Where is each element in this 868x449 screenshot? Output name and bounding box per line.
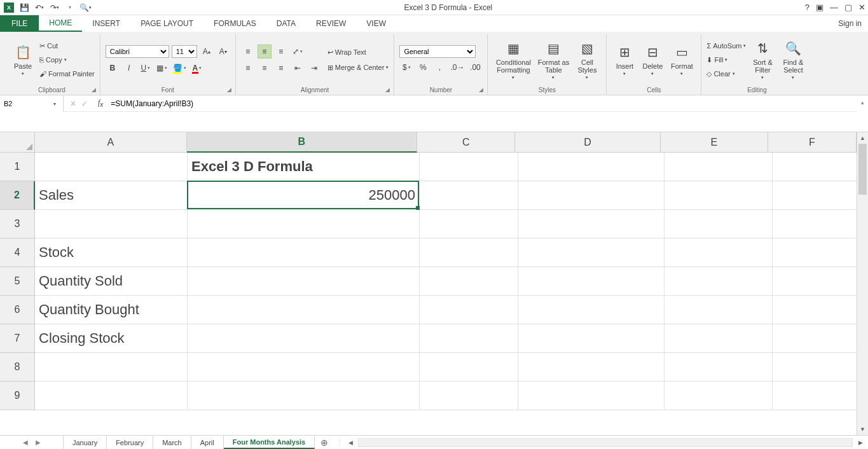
column-header-E[interactable]: E (661, 132, 768, 153)
cell-E7[interactable] (665, 324, 773, 353)
sheet-tab-four-months-analysis[interactable]: Four Months Analysis (224, 436, 315, 449)
scroll-thumb[interactable] (858, 144, 867, 195)
alignment-launcher-icon[interactable]: ◢ (385, 86, 390, 93)
ribbon-tab-insert[interactable]: INSERT (82, 15, 130, 32)
cell-B2[interactable]: 250000 (188, 181, 420, 210)
add-sheet-button[interactable]: ⊕ (315, 436, 334, 449)
conditional-formatting-button[interactable]: ▦Conditional Formatting▾ (493, 39, 534, 80)
clear-button[interactable]: ◇Clear▾ (706, 67, 746, 80)
cell-B5[interactable] (188, 267, 420, 296)
expand-formula-bar-icon[interactable]: ▴ (857, 95, 868, 132)
delete-cells-button[interactable]: ⊟Delete▾ (640, 43, 665, 76)
align-bottom-icon[interactable]: ≡ (274, 45, 288, 59)
cell-C6[interactable] (420, 296, 518, 324)
cell-F4[interactable] (773, 238, 857, 267)
cell-D2[interactable] (518, 181, 665, 210)
cell-E5[interactable] (665, 267, 773, 296)
cell-E3[interactable] (665, 210, 773, 238)
print-preview-icon[interactable]: 🔍▾ (79, 1, 92, 14)
cell-A6[interactable]: Quantity Bought (35, 296, 188, 324)
scroll-right-icon[interactable]: ▶ (855, 439, 865, 446)
cell-C8[interactable] (420, 353, 518, 382)
column-header-A[interactable]: A (35, 132, 187, 153)
cell-F8[interactable] (773, 353, 857, 382)
cell-F2[interactable] (773, 181, 857, 210)
sort-filter-button[interactable]: ⇅Sort & Filter▾ (748, 39, 776, 80)
cell-B7[interactable] (188, 324, 420, 353)
row-header-1[interactable]: 1 (0, 153, 35, 181)
file-tab[interactable]: FILE (0, 15, 39, 32)
increase-decimal-icon[interactable]: .0→ (449, 60, 465, 74)
cell-D5[interactable] (518, 267, 665, 296)
ribbon-options-icon[interactable]: ▣ (816, 3, 823, 12)
border-button[interactable]: ▦▾ (155, 61, 169, 75)
fill-button[interactable]: ⬇Fill▾ (706, 53, 746, 66)
sign-in-link[interactable]: Sign in (832, 15, 868, 32)
autosum-button[interactable]: ΣAutoSum▾ (706, 39, 746, 52)
cell-E6[interactable] (665, 296, 773, 324)
align-top-icon[interactable]: ≡ (241, 45, 255, 59)
formula-input[interactable] (107, 99, 857, 108)
cell-F1[interactable] (773, 153, 857, 181)
row-header-4[interactable]: 4 (0, 238, 35, 267)
undo-icon[interactable]: ↶▾ (33, 1, 46, 14)
row-header-9[interactable]: 9 (0, 382, 35, 410)
cell-B1[interactable]: Excel 3 D Formula (188, 153, 420, 181)
cell-B6[interactable] (188, 296, 420, 324)
cell-B9[interactable] (188, 382, 420, 410)
scroll-left-icon[interactable]: ◀ (345, 439, 355, 446)
align-left-icon[interactable]: ≡ (241, 61, 255, 75)
merge-center-button[interactable]: ⊞Merge & Center▾ (327, 61, 389, 74)
row-header-5[interactable]: 5 (0, 267, 35, 296)
cell-C5[interactable] (420, 267, 518, 296)
cell-A7[interactable]: Closing Stock (35, 324, 188, 353)
cell-B4[interactable] (188, 238, 420, 267)
cut-button[interactable]: ✂Cut (39, 39, 95, 52)
format-as-table-button[interactable]: ▤Format as Table▾ (536, 39, 570, 80)
clipboard-launcher-icon[interactable]: ◢ (92, 86, 96, 93)
cell-styles-button[interactable]: ▧Cell Styles▾ (573, 39, 601, 80)
align-center-icon[interactable]: ≡ (258, 61, 272, 75)
cell-A8[interactable] (35, 353, 188, 382)
vertical-scrollbar[interactable]: ▲ ▼ (857, 132, 868, 435)
increase-indent-icon[interactable]: ⇥ (307, 61, 321, 75)
cell-A2[interactable]: Sales (35, 181, 188, 210)
cell-A5[interactable]: Quantity Sold (35, 267, 188, 296)
column-header-F[interactable]: F (768, 132, 857, 153)
save-icon[interactable]: 💾 (18, 1, 31, 14)
row-header-2[interactable]: 2 (0, 181, 35, 210)
ribbon-tab-data[interactable]: DATA (266, 15, 306, 32)
sheet-next-icon[interactable]: ▶ (36, 439, 41, 446)
cell-C2[interactable] (420, 181, 518, 210)
ribbon-tab-review[interactable]: REVIEW (306, 15, 356, 32)
cell-D9[interactable] (518, 382, 665, 410)
font-size-select[interactable]: 11 (172, 45, 197, 58)
cell-D7[interactable] (518, 324, 665, 353)
percent-icon[interactable]: % (416, 60, 430, 74)
italic-button[interactable]: I (122, 61, 136, 75)
cell-A1[interactable] (35, 153, 188, 181)
find-select-button[interactable]: 🔍Find & Select▾ (779, 39, 807, 80)
fill-color-button[interactable]: 🪣▾ (172, 61, 188, 75)
format-cells-button[interactable]: ▭Format▾ (668, 43, 696, 76)
ribbon-tab-home[interactable]: HOME (39, 15, 82, 32)
decrease-indent-icon[interactable]: ⇤ (291, 61, 305, 75)
wrap-text-button[interactable]: ↩Wrap Text (327, 46, 389, 59)
cell-E8[interactable] (665, 353, 773, 382)
cell-E4[interactable] (665, 238, 773, 267)
cell-D4[interactable] (518, 238, 665, 267)
cell-C9[interactable] (420, 382, 518, 410)
decrease-font-icon[interactable]: A▾ (216, 45, 230, 59)
sheet-tab-march[interactable]: March (153, 436, 191, 449)
row-header-3[interactable]: 3 (0, 210, 35, 238)
paste-button[interactable]: 📋 Paste ▾ (9, 43, 37, 76)
font-launcher-icon[interactable]: ◢ (227, 86, 231, 93)
cell-F5[interactable] (773, 267, 857, 296)
close-icon[interactable]: ✕ (858, 3, 865, 12)
ribbon-tab-formulas[interactable]: FORMULAS (203, 15, 266, 32)
cell-D3[interactable] (518, 210, 665, 238)
row-header-8[interactable]: 8 (0, 353, 35, 382)
cell-C4[interactable] (420, 238, 518, 267)
cell-A3[interactable] (35, 210, 188, 238)
sheet-tab-january[interactable]: January (64, 436, 107, 449)
